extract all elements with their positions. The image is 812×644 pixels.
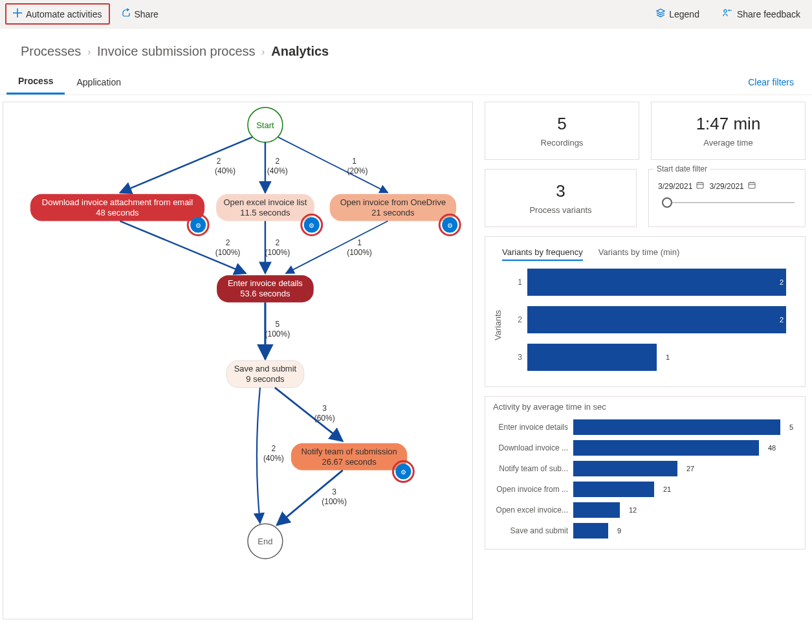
svg-rect-37 [697,183,703,188]
stat-variants-value: 3 [492,181,630,201]
svg-text:(100%): (100%) [215,248,241,257]
share-icon [122,8,131,19]
breadcrumb-current: Analytics [271,44,329,59]
svg-text:(40%): (40%) [215,166,236,175]
svg-text:Enter invoice details: Enter invoice details [228,278,303,288]
svg-text:3: 3 [322,404,327,413]
activity-label: Download invoice ... [493,443,568,452]
automation-icon: ⚙ [401,469,406,476]
svg-text:5: 5 [276,320,280,329]
automation-icon: ⚙ [309,222,314,229]
activity-label: Notify team of sub... [493,464,568,473]
activity-bar[interactable] [573,482,654,497]
tab-variants-time[interactable]: Variants by time (min) [598,245,679,261]
feedback-icon [723,8,733,19]
svg-text:(20%): (20%) [347,166,368,175]
automation-icon: ⚙ [195,222,201,229]
tab-process[interactable]: Process [6,69,65,94]
svg-text:3: 3 [332,487,336,496]
svg-text:1: 1 [357,238,362,247]
svg-text:(100%): (100%) [265,329,291,339]
svg-text:26.67 seconds: 26.67 seconds [322,457,377,467]
activity-time-chart: Activity by average time in sec Enter in… [485,396,806,550]
activity-chart-title: Activity by average time in sec [493,402,797,412]
activity-bar[interactable] [573,502,620,518]
variant-2-label: 2 [505,315,522,324]
toolbar: Automate activities Share Legend Share f… [0,0,812,28]
legend-button[interactable]: Legend [650,5,706,23]
variant-2-bar[interactable]: 2 [527,306,786,333]
activity-label: Enter invoice details [493,423,568,432]
variant-1-bar[interactable]: 2 [527,269,786,296]
automate-activities-label: Automate activities [26,9,102,19]
share-feedback-button[interactable]: Share feedback [716,5,807,23]
activity-label: Open excel invoice... [493,505,568,515]
start-date-filter[interactable]: Start date filter 3/29/2021 3/29/2021 [648,169,806,227]
stat-recordings-value: 5 [492,114,632,134]
svg-text:2: 2 [276,238,280,247]
chevron-right-icon: › [262,47,265,57]
share-button[interactable]: Share [115,5,165,23]
automate-activities-button[interactable]: Automate activities [5,3,110,25]
breadcrumb: Processes › Invoice submission process ›… [0,28,812,69]
chevron-right-icon: › [87,47,91,57]
breadcrumb-root[interactable]: Processes [21,44,81,59]
svg-text:2: 2 [272,444,276,453]
svg-text:53.6 seconds: 53.6 seconds [240,289,291,298]
svg-text:Open excel invoice list: Open excel invoice list [223,197,307,207]
date-to[interactable]: 3/29/2021 [709,181,755,191]
calendar-icon [696,181,704,191]
stat-variants: 3 Process variants [485,169,637,227]
tab-application[interactable]: Application [65,71,133,94]
svg-text:(100%): (100%) [265,248,291,257]
stat-variants-label: Process variants [492,205,630,215]
plus-icon [13,8,22,19]
automation-icon: ⚙ [447,222,453,229]
svg-text:(100%): (100%) [347,248,372,257]
node-start-label: Start [256,120,274,130]
svg-text:11.5 seconds: 11.5 seconds [240,208,291,217]
breadcrumb-process[interactable]: Invoice submission process [97,44,256,59]
svg-text:48 seconds: 48 seconds [96,208,139,217]
activity-label: Open invoice from ... [493,485,568,494]
main-tabs: Process Application Clear filters [0,69,812,95]
variants-yaxis-label: Variants [493,310,503,340]
svg-text:2: 2 [217,157,221,166]
svg-text:Notify team of submission: Notify team of submission [301,447,397,456]
svg-text:(40%): (40%) [263,454,284,463]
process-map[interactable]: Start 2 (40%) 2 (40%) 1 (20%) Download i… [3,102,473,619]
activity-bar[interactable] [573,440,759,456]
svg-text:(40%): (40%) [267,166,288,175]
stat-recordings: 5 Recordings [485,102,639,160]
stat-avg-time-label: Average time [658,138,798,148]
legend-label: Legend [669,9,699,19]
activity-bar[interactable] [573,419,780,435]
tab-variants-frequency[interactable]: Variants by frequency [502,245,583,261]
share-label: Share [135,9,159,19]
variant-3-label: 3 [505,353,522,362]
svg-text:Save and submit: Save and submit [234,364,297,373]
svg-point-0 [724,10,727,12]
clear-filters-button[interactable]: Clear filters [736,71,806,94]
svg-text:Open invoice from OneDrive: Open invoice from OneDrive [340,197,446,207]
svg-text:2: 2 [226,238,230,247]
svg-text:1: 1 [352,157,357,166]
calendar-icon [748,181,756,191]
svg-text:21 seconds: 21 seconds [371,208,415,217]
feedback-label: Share feedback [737,9,800,19]
variant-1-label: 1 [505,278,522,287]
stat-avg-time-value: 1:47 min [658,114,798,134]
variants-chart: Variants by frequency Variants by time (… [485,236,806,387]
stat-avg-time: 1:47 min Average time [651,102,806,160]
activity-bar[interactable] [573,523,608,539]
date-filter-label: Start date filter [654,164,710,173]
svg-text:(100%): (100%) [322,497,347,506]
svg-text:9 seconds: 9 seconds [246,374,285,384]
layers-icon [656,8,665,19]
activity-bar[interactable] [573,461,677,476]
date-from[interactable]: 3/29/2021 [658,181,704,191]
stat-recordings-label: Recordings [492,138,632,148]
svg-text:Download invoice attachment fr: Download invoice attachment from email [42,197,193,207]
date-slider[interactable] [658,197,796,208]
variant-3-bar[interactable] [527,344,657,371]
